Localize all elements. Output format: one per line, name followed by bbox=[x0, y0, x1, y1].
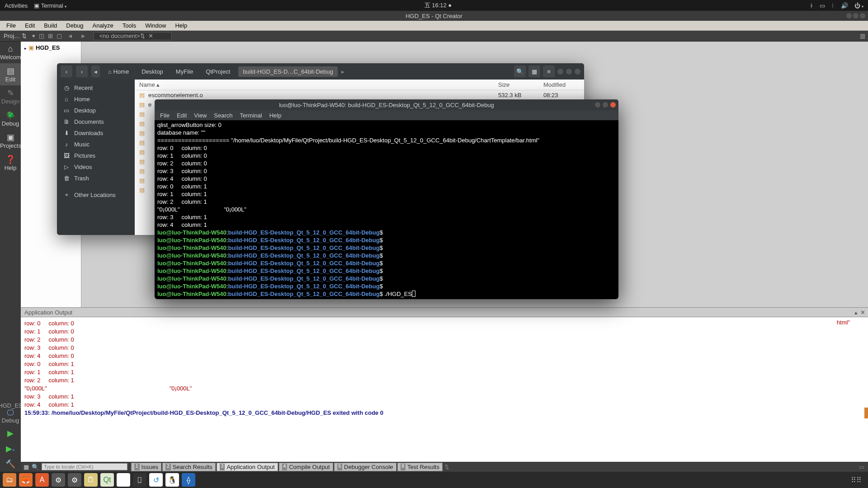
side-pictures[interactable]: 🖼Pictures bbox=[57, 150, 135, 161]
close-button[interactable] bbox=[860, 13, 865, 19]
term-menu-search[interactable]: Search bbox=[210, 111, 236, 120]
dock-notes[interactable]: 🗒 bbox=[84, 473, 98, 487]
dock-firefox[interactable]: 🦊 bbox=[19, 473, 33, 487]
panel-app-menu[interactable]: ▣ Terminal▾ bbox=[34, 2, 66, 9]
menu-edit[interactable]: Edit bbox=[21, 21, 38, 30]
dock-vscode[interactable]: ⟠ bbox=[182, 473, 195, 487]
crumb-desktop[interactable]: Desktop bbox=[137, 66, 168, 77]
file-row[interactable]: ▤ escommonelement.o 532.3 kB 08:23 bbox=[135, 90, 584, 100]
files-close[interactable] bbox=[575, 69, 580, 75]
col-size[interactable]: Size bbox=[498, 81, 543, 88]
files-maximize[interactable] bbox=[566, 69, 572, 75]
term-close[interactable] bbox=[610, 102, 616, 108]
scrollbar-marker[interactable] bbox=[864, 408, 868, 418]
output-close-icon[interactable]: ✕ bbox=[860, 309, 865, 316]
term-menu-help[interactable]: Help bbox=[266, 111, 285, 120]
mode-projects[interactable]: ▣Projects bbox=[0, 130, 21, 152]
menu-analyze[interactable]: Analyze bbox=[89, 21, 117, 30]
tab-application-output[interactable]: 3Application Output bbox=[217, 463, 278, 471]
dock-settings[interactable]: ⚙ bbox=[52, 473, 65, 487]
dock-qq[interactable]: 🐧 bbox=[165, 473, 179, 487]
kit-selector[interactable]: HGD_ES 🖵 Debug bbox=[0, 400, 24, 426]
locator-input[interactable] bbox=[42, 463, 127, 470]
side-home[interactable]: ⌂Home bbox=[57, 94, 135, 105]
run-button[interactable]: ▶ bbox=[0, 426, 21, 441]
files-back-button[interactable]: ‹ bbox=[61, 66, 72, 77]
files-search-button[interactable]: 🔍 bbox=[514, 66, 526, 77]
tab-compile-output[interactable]: 4Compile Output bbox=[279, 463, 333, 471]
close-pane-icon[interactable]: ▢ bbox=[55, 33, 64, 39]
project-root-node[interactable]: ▸▣HGD_ES bbox=[23, 43, 79, 52]
menu-window[interactable]: Window bbox=[142, 21, 170, 30]
side-music[interactable]: ♪Music bbox=[57, 139, 135, 150]
bluetooth-icon[interactable]: ᚼ bbox=[810, 2, 813, 9]
term-minimize[interactable] bbox=[595, 102, 600, 108]
split-icon[interactable]: ⊞ bbox=[46, 33, 55, 39]
mode-design[interactable]: ✎Design bbox=[0, 85, 21, 108]
dock-files[interactable]: 🗂 bbox=[3, 473, 16, 487]
side-other-locations[interactable]: ＋Other Locations bbox=[57, 188, 135, 201]
dock-software[interactable]: A bbox=[35, 473, 49, 487]
sync-icon[interactable]: ◫ bbox=[37, 33, 46, 39]
term-menu-file[interactable]: File bbox=[156, 111, 173, 120]
application-output-pane[interactable]: html"row: 0 column: 0 row: 1 column: 0 r… bbox=[21, 317, 868, 462]
menu-build[interactable]: Build bbox=[40, 21, 61, 30]
panel-tray[interactable]: ᚼ ▭ ⧘ 🔊 ⏻▾ bbox=[810, 2, 863, 9]
term-maximize[interactable] bbox=[603, 102, 608, 108]
crumb-home[interactable]: ⌂ Home bbox=[104, 66, 133, 77]
volume-icon[interactable]: 🔊 bbox=[841, 2, 848, 9]
menu-debug[interactable]: Debug bbox=[62, 21, 87, 30]
menu-help[interactable]: Help bbox=[171, 21, 191, 30]
progress-icon[interactable]: ▭ bbox=[859, 464, 868, 470]
side-videos[interactable]: ▷Videos bbox=[57, 161, 135, 173]
side-downloads[interactable]: ⬇Downloads bbox=[57, 127, 135, 139]
side-trash[interactable]: 🗑Trash bbox=[57, 173, 135, 184]
mode-help[interactable]: ❓Help bbox=[0, 152, 21, 174]
side-documents[interactable]: 🗎Documents bbox=[57, 116, 135, 127]
panel-clock[interactable]: 五 16:12 ● bbox=[66, 1, 810, 9]
tab-debugger-console[interactable]: 5Debugger Console bbox=[334, 463, 396, 471]
maximize-button[interactable] bbox=[853, 13, 859, 19]
crumb-qtproject[interactable]: QtProject bbox=[201, 66, 235, 77]
files-forward-button[interactable]: › bbox=[76, 66, 88, 77]
project-selector[interactable]: Proj… ⇅ bbox=[0, 33, 30, 39]
crumb-myfile[interactable]: MyFile bbox=[171, 66, 198, 77]
term-menu-terminal[interactable]: Terminal bbox=[236, 111, 266, 120]
terminal-body[interactable]: qlist_arrowButton size: 0 database name:… bbox=[155, 120, 618, 299]
files-minimize[interactable] bbox=[557, 69, 563, 75]
side-recent[interactable]: ◷Recent bbox=[57, 82, 135, 94]
close-sidebar-icon[interactable]: ▦ bbox=[24, 464, 29, 470]
document-selector[interactable]: <no document> ⇅ ✕ bbox=[94, 32, 172, 40]
minimize-button[interactable] bbox=[846, 13, 852, 19]
tab-search-results[interactable]: 2Search Results bbox=[162, 463, 216, 471]
filter-icon[interactable]: ▾ bbox=[30, 33, 37, 39]
activities-button[interactable]: Activities bbox=[5, 2, 28, 9]
run-debug-button[interactable]: ▶● bbox=[0, 441, 21, 456]
menu-file[interactable]: File bbox=[3, 21, 19, 30]
crumb-root[interactable]: ◂ bbox=[91, 66, 100, 77]
wifi-icon[interactable]: ⧘ bbox=[831, 2, 835, 9]
tab-issues[interactable]: 1Issues bbox=[131, 463, 161, 471]
menu-tools[interactable]: Tools bbox=[119, 21, 140, 30]
dock-settings2[interactable]: ⚙ bbox=[68, 473, 81, 487]
dock-terminal[interactable]: ⌷ bbox=[133, 473, 146, 487]
files-menu-button[interactable]: ≡ bbox=[543, 66, 555, 77]
dock-chrome[interactable]: ◉ bbox=[117, 473, 130, 487]
files-view-button[interactable]: ▦ bbox=[528, 66, 540, 77]
mode-edit[interactable]: ▤Edit bbox=[0, 63, 21, 85]
nav-back[interactable]: ◄ bbox=[64, 33, 77, 39]
crumb-more-icon[interactable]: ▸ bbox=[341, 68, 344, 75]
dock-teamviewer[interactable]: ↺ bbox=[149, 473, 163, 487]
crumb-build[interactable]: build-HGD_ES-D…C_64bit-Debug bbox=[238, 66, 337, 77]
col-name[interactable]: Name ▴ bbox=[139, 81, 498, 88]
nav-forward[interactable]: ► bbox=[77, 33, 90, 39]
col-modified[interactable]: Modified bbox=[543, 81, 580, 88]
split-right-icon[interactable]: ▥ bbox=[860, 33, 865, 39]
power-icon[interactable]: ⏻▾ bbox=[854, 2, 863, 9]
dock-qt[interactable]: Qt bbox=[100, 473, 114, 487]
term-menu-view[interactable]: View bbox=[190, 111, 210, 120]
tab-test-results[interactable]: 8Test Results bbox=[397, 463, 443, 471]
output-up-icon[interactable]: ▴ bbox=[854, 309, 858, 316]
term-menu-edit[interactable]: Edit bbox=[173, 111, 190, 120]
mode-debug[interactable]: 🪲Debug bbox=[0, 108, 21, 130]
